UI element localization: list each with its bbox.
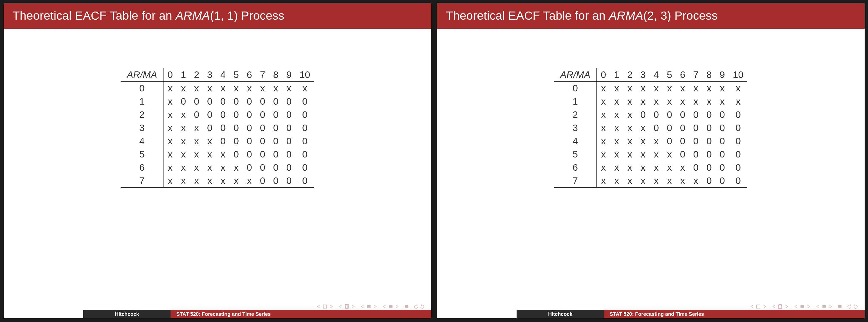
triangle-right-icon — [350, 304, 356, 309]
nav-subsection-group[interactable] — [793, 304, 811, 309]
bars-icon — [799, 304, 805, 309]
eacf-cell: x — [650, 148, 663, 161]
eacf-cell: x — [623, 82, 637, 95]
eacf-cell: x — [623, 174, 637, 188]
eacf-ar-label: 6 — [554, 161, 597, 174]
eacf-cell: x — [190, 148, 203, 161]
eacf-cell: x — [637, 148, 650, 161]
eacf-cell: 0 — [703, 148, 716, 161]
eacf-cell: x — [177, 108, 190, 121]
eacf-cell: 0 — [296, 95, 314, 108]
eacf-cell: 0 — [703, 161, 716, 174]
triangle-right-icon — [372, 304, 378, 309]
eacf-cell: 0 — [269, 95, 282, 108]
eacf-cell: x — [623, 161, 637, 174]
nav-slide-group[interactable] — [749, 304, 767, 309]
eacf-ma-header: 5 — [229, 68, 243, 82]
eacf-corner-label: AR/MA — [554, 68, 597, 82]
eacf-ma-header: 2 — [623, 68, 637, 82]
slide-arma-1-1: Theoretical EACF Table for an ARMA(1, 1)… — [4, 3, 431, 318]
eacf-cell: 0 — [229, 121, 243, 134]
eacf-cell: 0 — [269, 108, 282, 121]
nav-section-group[interactable] — [815, 304, 833, 309]
eacf-cell: x — [650, 95, 663, 108]
eacf-cell: x — [229, 82, 243, 95]
table-row: 0xxxxxxxxxxx — [121, 82, 314, 95]
eacf-cell: 0 — [716, 148, 729, 161]
eacf-cell: x — [650, 161, 663, 174]
eacf-cell: x — [663, 161, 676, 174]
footer-course: STAT 520: Forecasting and Time Series — [171, 310, 431, 318]
eacf-ma-header: 7 — [256, 68, 269, 82]
nav-bars-extra[interactable] — [837, 304, 843, 309]
nav-bars-extra[interactable] — [404, 304, 409, 309]
nav-back-forward[interactable] — [847, 304, 859, 309]
eacf-cell: 0 — [282, 134, 296, 148]
nav-slide-group[interactable] — [316, 304, 334, 309]
eacf-cell: x — [729, 82, 748, 95]
nav-frame-group[interactable] — [338, 304, 356, 309]
triangle-left-icon — [815, 304, 821, 309]
table-row: 3xxxx0000000 — [554, 121, 748, 134]
eacf-cell: 0 — [282, 121, 296, 134]
eacf-table: AR/MA0123456789100xxxxxxxxxxx1x000000000… — [121, 68, 314, 188]
eacf-cell: x — [610, 148, 623, 161]
eacf-cell: 0 — [729, 134, 748, 148]
eacf-cell: 0 — [716, 161, 729, 174]
doc-icon — [344, 304, 350, 309]
eacf-ar-label: 5 — [554, 148, 597, 161]
eacf-cell: 0 — [716, 121, 729, 134]
nav-back-forward[interactable] — [413, 304, 425, 309]
eacf-cell: 0 — [282, 161, 296, 174]
eacf-cell: 0 — [243, 161, 256, 174]
nav-frame-group[interactable] — [771, 304, 789, 309]
eacf-cell: 0 — [216, 134, 229, 148]
table-row: 2xx000000000 — [121, 108, 314, 121]
eacf-ar-label: 4 — [121, 134, 163, 148]
eacf-cell: x — [610, 121, 623, 134]
slide-footer: Hitchcock STAT 520: Forecasting and Time… — [437, 310, 865, 318]
eacf-ar-label: 1 — [121, 95, 163, 108]
eacf-cell: 0 — [703, 108, 716, 121]
eacf-cell: 0 — [269, 121, 282, 134]
eacf-ma-header: 3 — [637, 68, 650, 82]
eacf-ar-label: 0 — [554, 82, 597, 95]
eacf-cell: x — [663, 148, 676, 161]
triangle-left-icon — [360, 304, 366, 309]
eacf-cell: 0 — [663, 121, 676, 134]
eacf-cell: x — [676, 95, 689, 108]
eacf-ma-header: 9 — [716, 68, 729, 82]
nav-section-group[interactable] — [382, 304, 400, 309]
eacf-ma-header: 10 — [729, 68, 748, 82]
eacf-cell: x — [216, 161, 229, 174]
eacf-cell: x — [243, 82, 256, 95]
eacf-cell: x — [637, 134, 650, 148]
nav-subsection-group[interactable] — [360, 304, 378, 309]
footer-blank — [4, 310, 83, 318]
table-row: 2xxx00000000 — [554, 108, 748, 121]
slide-title: Theoretical EACF Table for an ARMA(1, 1)… — [4, 3, 431, 29]
eacf-cell: 0 — [269, 174, 282, 188]
eacf-cell: 0 — [676, 108, 689, 121]
eacf-cell: x — [229, 161, 243, 174]
eacf-cell: 0 — [256, 108, 269, 121]
eacf-cell: x — [637, 161, 650, 174]
eacf-cell: 0 — [296, 161, 314, 174]
eacf-ma-header: 8 — [269, 68, 282, 82]
eacf-cell: 0 — [203, 95, 216, 108]
triangle-left-icon — [793, 304, 799, 309]
eacf-cell: x — [650, 174, 663, 188]
eacf-cell: 0 — [177, 95, 190, 108]
eacf-ma-header: 1 — [177, 68, 190, 82]
footer-author: Hitchcock — [83, 310, 171, 318]
eacf-cell: 0 — [676, 148, 689, 161]
eacf-cell: x — [177, 134, 190, 148]
eacf-cell: x — [623, 95, 637, 108]
eacf-cell: x — [282, 82, 296, 95]
eacf-cell: x — [623, 121, 637, 134]
eacf-cell: 0 — [703, 134, 716, 148]
eacf-ma-header: 9 — [282, 68, 296, 82]
eacf-cell: 0 — [229, 95, 243, 108]
eacf-cell: 0 — [689, 148, 703, 161]
eacf-cell: 0 — [256, 121, 269, 134]
